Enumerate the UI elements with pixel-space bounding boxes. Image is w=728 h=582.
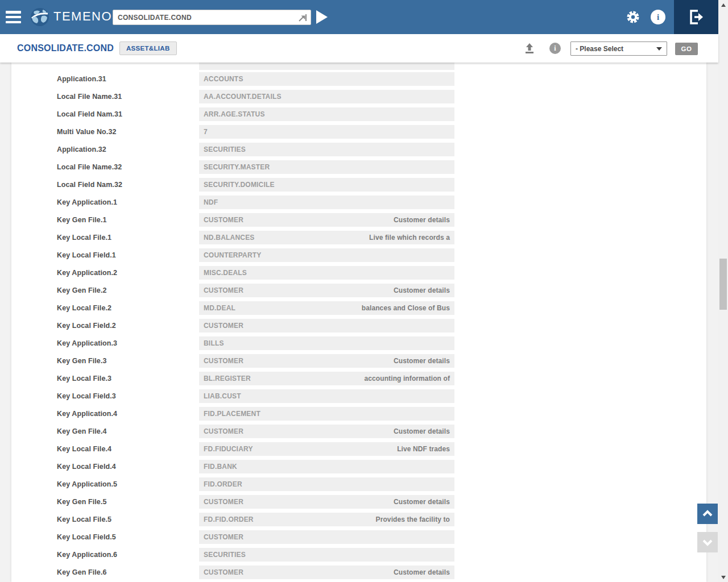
info-icon[interactable]: i xyxy=(651,10,665,24)
brand-name: TEMENOS xyxy=(53,9,121,24)
field-value-bar[interactable]: CUSTOMER Customer details xyxy=(199,566,454,579)
record-toolbar: CONSOLIDATE.COND ASSET&LIAB i - Please S… xyxy=(0,34,718,63)
field-description: Provides the facility to xyxy=(376,516,450,523)
field-row: Local File Name.31 AA.ACCOUNT.DETAILS xyxy=(11,88,706,105)
field-value-bar[interactable]: SECURITIES xyxy=(199,548,454,562)
field-value: COUNTERPARTY xyxy=(204,251,262,259)
field-value: CUSTOMER xyxy=(204,286,243,294)
field-value: ARR.AGE.STATUS xyxy=(204,110,265,118)
gear-icon[interactable] xyxy=(626,10,640,24)
field-value-bar[interactable]: CUSTOMER Customer details xyxy=(199,213,454,227)
field-value-bar[interactable]: AA.ACCOUNT.DETAILS xyxy=(199,90,454,103)
field-value: 7 xyxy=(204,128,208,136)
field-value: ND.BALANCES xyxy=(204,234,255,242)
field-label: Key Application.2 xyxy=(11,269,199,277)
chevron-up-icon xyxy=(701,508,714,520)
field-row: Application.32 SECURITIES xyxy=(11,140,706,158)
field-value-bar[interactable]: ACCOUNTS xyxy=(199,72,454,86)
field-row: Key Local Field.3 LIAB.CUST xyxy=(11,387,706,405)
field-row: Key Local Field.1 COUNTERPARTY xyxy=(11,246,706,264)
field-row: Key Gen File.2 CUSTOMER Customer details xyxy=(11,281,706,299)
field-label: Key Gen File.3 xyxy=(11,357,199,365)
field-value-bar[interactable]: COUNTERPARTY xyxy=(199,248,454,262)
field-value: CUSTOMER xyxy=(204,322,243,330)
scrollbar-up-arrow[interactable] xyxy=(718,0,728,10)
field-label: Key Local File.4 xyxy=(11,445,199,453)
field-label: Key Local File.2 xyxy=(11,304,199,312)
field-value: SECURITY.DOMICILE xyxy=(204,181,275,189)
field-label: Key Local Field.3 xyxy=(11,392,199,400)
field-description: Customer details xyxy=(394,216,450,224)
field-value: SECURITIES xyxy=(204,551,246,559)
field-value-bar[interactable]: MISC.DEALS xyxy=(199,266,454,280)
field-label: Key Application.4 xyxy=(11,410,199,418)
field-row: Multi Value No.32 7 xyxy=(11,123,706,140)
field-value-bar-partial[interactable] xyxy=(199,63,454,70)
field-value-bar[interactable]: CUSTOMER Customer details xyxy=(199,284,454,297)
field-value-bar[interactable]: BILLS xyxy=(199,336,454,350)
field-value-bar[interactable]: ND.BALANCES Live file which records a xyxy=(199,231,454,244)
field-label: Key Gen File.5 xyxy=(11,498,199,506)
run-command-play-icon[interactable] xyxy=(316,10,328,24)
field-value-bar[interactable]: SECURITY.DOMICILE xyxy=(199,178,454,192)
field-label: Local Field Nam.32 xyxy=(11,181,199,189)
field-value-bar[interactable]: FID.ORDER xyxy=(199,477,454,491)
field-rows: Application.31 ACCOUNTS Local File Name.… xyxy=(11,70,706,581)
scrollbar-thumb[interactable] xyxy=(719,259,727,310)
field-label: Multi Value No.32 xyxy=(11,128,199,136)
field-value-bar[interactable]: CUSTOMER xyxy=(199,319,454,332)
field-value-bar[interactable]: MD.DEAL balances and Close of Bus xyxy=(199,301,454,315)
field-value: CUSTOMER xyxy=(204,568,243,576)
field-value: FD.FIDUCIARY xyxy=(204,445,253,453)
command-input[interactable] xyxy=(113,14,297,22)
field-row: Key Local File.3 BL.REGISTER accounting … xyxy=(11,369,706,387)
field-value-bar[interactable]: CUSTOMER Customer details xyxy=(199,495,454,509)
field-value-bar[interactable]: NDF xyxy=(199,196,454,209)
record-id-badge: ASSET&LIAB xyxy=(119,41,176,55)
field-description: Customer details xyxy=(394,427,450,435)
sign-out-button[interactable] xyxy=(674,0,718,34)
field-value-bar[interactable]: 7 xyxy=(199,125,454,139)
field-value-bar[interactable]: BL.REGISTER accounting information of xyxy=(199,372,454,385)
hamburger-menu-icon[interactable] xyxy=(6,11,21,23)
field-value: CUSTOMER xyxy=(204,533,243,541)
info-icon[interactable]: i xyxy=(549,43,561,54)
scroll-to-bottom-button[interactable] xyxy=(697,532,718,552)
upload-icon[interactable] xyxy=(524,43,535,54)
field-value: AA.ACCOUNT.DETAILS xyxy=(204,93,282,101)
field-value: SECURITIES xyxy=(204,146,246,153)
field-value-bar[interactable]: CUSTOMER Customer details xyxy=(199,425,454,438)
field-value-bar[interactable]: FID.BANK xyxy=(199,460,454,473)
field-value-bar[interactable]: FD.FIDUCIARY Live NDF trades xyxy=(199,442,454,456)
page: TEMENOS i xyxy=(0,0,728,582)
field-value-bar[interactable]: CUSTOMER xyxy=(199,530,454,544)
field-value: FD.FID.ORDER xyxy=(204,516,254,523)
field-value-bar[interactable]: FID.PLACEMENT xyxy=(199,407,454,421)
field-value: LIAB.CUST xyxy=(204,392,241,400)
field-value-bar[interactable]: ARR.AGE.STATUS xyxy=(199,107,454,121)
field-row: Key Gen File.4 CUSTOMER Customer details xyxy=(11,422,706,440)
page-scrollbar[interactable] xyxy=(718,0,728,582)
field-label: Key Local File.5 xyxy=(11,516,199,523)
field-value-bar[interactable]: CUSTOMER Customer details xyxy=(199,354,454,368)
field-label: Key Gen File.1 xyxy=(11,216,199,224)
launch-icon[interactable] xyxy=(297,13,308,23)
field-value: NDF xyxy=(204,198,218,206)
field-value: CUSTOMER xyxy=(204,427,243,435)
field-label: Key Local Field.5 xyxy=(11,533,199,541)
field-description: Live file which records a xyxy=(369,234,450,242)
field-value-bar[interactable]: SECURITIES xyxy=(199,143,454,156)
go-button[interactable]: GO xyxy=(675,43,698,55)
field-row: Key Local File.5 FD.FID.ORDER Provides t… xyxy=(11,510,706,528)
field-value-bar[interactable]: SECURITY.MASTER xyxy=(199,160,454,174)
field-row: Key Local Field.4 FID.BANK xyxy=(11,458,706,475)
field-value: ACCOUNTS xyxy=(204,75,243,83)
field-value-bar[interactable]: LIAB.CUST xyxy=(199,389,454,403)
scroll-to-top-button[interactable] xyxy=(697,504,718,524)
field-label: Local File Name.31 xyxy=(11,93,199,101)
action-select[interactable]: - Please Select xyxy=(570,41,667,56)
field-label: Key Local Field.1 xyxy=(11,251,199,259)
field-row: Key Local Field.2 CUSTOMER xyxy=(11,317,706,334)
scrollbar-down-arrow[interactable] xyxy=(718,572,728,582)
field-value-bar[interactable]: FD.FID.ORDER Provides the facility to xyxy=(199,513,454,526)
